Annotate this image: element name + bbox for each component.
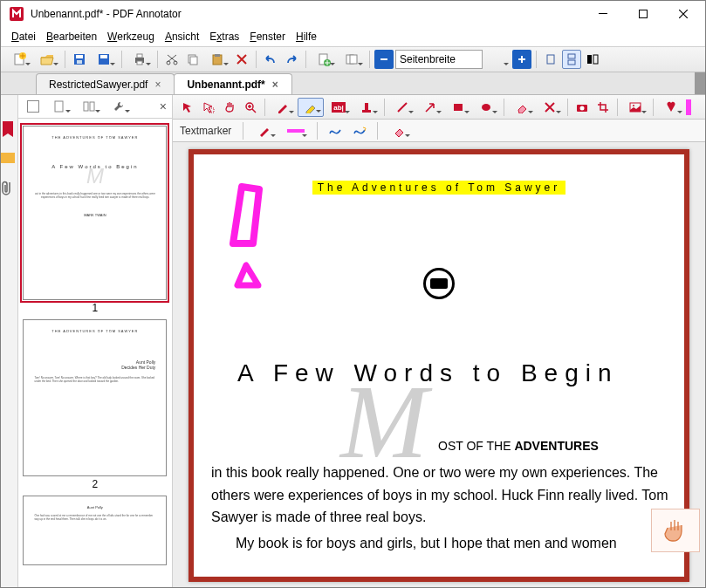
open-button[interactable] (34, 50, 60, 69)
delete-anno-tool[interactable] (537, 98, 563, 117)
color-preview (686, 99, 691, 115)
thumb-image: THE ADVENTURES OF TOM SAWYER A Few Words… (23, 126, 167, 300)
thumb-page-number: 1 (23, 302, 167, 314)
svg-rect-32 (84, 102, 88, 111)
svg-rect-7 (77, 60, 82, 64)
svg-rect-29 (1, 153, 15, 163)
eraser-tool[interactable] (509, 98, 535, 117)
menu-help[interactable]: Hilfe (292, 29, 320, 44)
thumbnail-page-2[interactable]: THE ADVENTURES OF TOM SAWYER Aunt PollyD… (23, 319, 167, 490)
thumb-pane-close[interactable]: × (160, 99, 167, 113)
thumbnail-pane: × THE ADVENTURES OF TOM SAWYER A Few Wor… (18, 95, 173, 588)
window-title: Unbenannt.pdf* - PDF Annotator (31, 8, 583, 20)
select-tool[interactable] (199, 98, 218, 117)
ornament-icon (423, 268, 455, 299)
favorite-tool[interactable] (658, 98, 684, 117)
zoom-select[interactable]: Seitenbreite (395, 50, 483, 69)
menu-file[interactable]: Datei (8, 29, 39, 44)
minimize-button[interactable] (583, 1, 623, 27)
svg-rect-22 (350, 55, 357, 64)
image-tool[interactable] (622, 98, 648, 117)
thumbnail-page-3[interactable]: Aunt Polly One had was scared at me a re… (23, 496, 167, 565)
svg-rect-12 (137, 61, 142, 65)
undo-button[interactable] (261, 50, 280, 69)
tabstrip-scroll[interactable] (695, 72, 705, 94)
attachment-icon[interactable] (1, 181, 17, 196)
print-button[interactable] (127, 50, 153, 69)
layout-single-button[interactable] (541, 50, 560, 69)
main-toolbar: Seitenbreite (1, 46, 705, 72)
thumb-toolbar: × (18, 95, 172, 119)
layout-two-button[interactable] (583, 50, 602, 69)
thumb-new-button[interactable] (46, 97, 72, 116)
arrow-tool[interactable] (417, 98, 443, 117)
tab-label: Unbenannt.pdf* (187, 79, 264, 91)
pan-tool[interactable] (220, 98, 239, 117)
svg-text:ab|: ab| (333, 104, 344, 112)
touch-mode-icon[interactable] (651, 509, 700, 552)
paste-button[interactable] (204, 50, 230, 69)
save-button[interactable] (70, 50, 89, 69)
notes-icon[interactable] (1, 151, 17, 167)
menu-extras[interactable]: Extras (206, 29, 243, 44)
menu-tool[interactable]: Werkzeug (104, 29, 158, 44)
svg-rect-9 (100, 55, 107, 58)
zoom-dropdown[interactable] (484, 50, 511, 69)
tab-close-icon[interactable]: × (272, 79, 281, 91)
svg-rect-25 (568, 54, 575, 58)
menu-view[interactable]: Ansicht (161, 29, 202, 44)
cut-button[interactable] (162, 50, 182, 69)
snapshot-tool[interactable] (572, 98, 592, 117)
copy-button[interactable] (183, 50, 202, 69)
save-as-button[interactable] (91, 50, 117, 69)
tab-unbenannt[interactable]: Unbenannt.pdf* × (174, 73, 291, 94)
highlighter-tool[interactable] (298, 98, 324, 117)
select-all-checkbox[interactable] (24, 97, 43, 116)
tab-label: RestrictedSawyer.pdf (49, 79, 147, 91)
crop-tool[interactable] (593, 98, 613, 117)
pen-tool[interactable] (270, 98, 296, 117)
thumbnail-list[interactable]: THE ADVENTURES OF TOM SAWYER A Few Words… (18, 119, 172, 588)
thumbnail-page-1[interactable]: THE ADVENTURES OF TOM SAWYER A Few Words… (23, 126, 167, 314)
svg-rect-24 (547, 55, 554, 64)
pen-style[interactable] (251, 121, 278, 140)
docs-button[interactable] (339, 50, 365, 69)
svg-rect-23 (380, 58, 387, 60)
menu-edit[interactable]: Bearbeiten (43, 29, 100, 44)
page-viewport[interactable]: The Adventures of Tom Sawyer A Few Words… (173, 142, 705, 588)
bookmark-icon[interactable] (1, 121, 17, 137)
straight-mode[interactable] (350, 121, 369, 140)
svg-rect-40 (454, 104, 463, 111)
freehand-mode[interactable] (326, 121, 345, 140)
thumb-page-number: 2 (23, 478, 167, 490)
add-page-button[interactable] (311, 50, 337, 69)
layout-continuous-button[interactable] (562, 50, 581, 69)
tab-close-icon[interactable]: × (154, 79, 163, 91)
text-tool[interactable]: ab| (326, 98, 352, 117)
close-button[interactable] (663, 1, 703, 27)
redo-button[interactable] (282, 50, 301, 69)
stamp-tool[interactable] (353, 98, 380, 117)
ellipse-tool[interactable] (473, 98, 499, 117)
zoom-tool[interactable] (241, 98, 260, 117)
thumb-pages-button[interactable] (76, 97, 102, 116)
tab-restrictedsawyer[interactable]: RestrictedSawyer.pdf × (36, 73, 175, 94)
zoom-fit-button[interactable] (374, 50, 394, 69)
pointer-tool[interactable] (178, 98, 197, 117)
rect-tool[interactable] (445, 98, 471, 117)
delete-button[interactable] (232, 50, 251, 69)
new-doc-button[interactable] (6, 50, 32, 69)
annotation-toolbar: ab| (173, 95, 705, 120)
svg-rect-18 (215, 54, 220, 57)
line-tool[interactable] (389, 98, 415, 117)
svg-point-41 (482, 104, 490, 111)
svg-rect-27 (587, 55, 592, 64)
svg-rect-46 (287, 129, 305, 133)
zoom-in-button[interactable] (512, 50, 531, 69)
thumb-tools-button[interactable] (106, 97, 132, 116)
highlight-style[interactable] (283, 121, 309, 140)
menu-window[interactable]: Fenster (246, 29, 289, 44)
maximize-button[interactable] (623, 1, 663, 27)
mode-label: Textmarker (176, 125, 235, 137)
eraser-style[interactable] (386, 121, 412, 140)
